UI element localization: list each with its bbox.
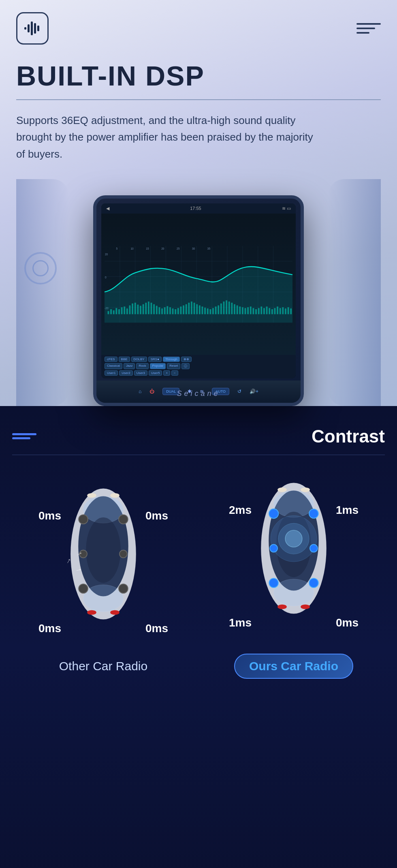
header-section: BUILT-IN DSP Supports 36EQ adjustment, a… bbox=[0, 0, 397, 406]
svg-point-109 bbox=[119, 515, 128, 524]
svg-rect-70 bbox=[215, 306, 217, 314]
svg-rect-97 bbox=[288, 307, 289, 314]
eq-user2[interactable]: User2 bbox=[119, 370, 132, 376]
svg-point-120 bbox=[274, 579, 314, 606]
brand-label: Seicane bbox=[177, 389, 220, 398]
svg-text:35: 35 bbox=[207, 247, 211, 250]
inner-circle bbox=[32, 260, 49, 276]
contrast-icon bbox=[12, 433, 36, 439]
svg-point-104 bbox=[87, 493, 96, 497]
comparison-section: Contrast 0ms 0ms bbox=[0, 406, 397, 868]
eq-user1[interactable]: User1 bbox=[105, 370, 118, 376]
svg-rect-79 bbox=[239, 306, 241, 314]
svg-rect-92 bbox=[274, 308, 276, 314]
svg-rect-57 bbox=[180, 306, 182, 314]
svg-text:15: 15 bbox=[146, 247, 149, 250]
eq-mode-popular[interactable]: Popular bbox=[150, 363, 166, 369]
logo-icon bbox=[16, 12, 49, 45]
eq-minus[interactable]: − bbox=[171, 370, 178, 376]
svg-rect-69 bbox=[212, 308, 214, 314]
eq-btn-extra[interactable]: ⊕⊕ bbox=[181, 357, 192, 362]
eq-mode-classical[interactable]: Classical bbox=[105, 363, 122, 369]
eq-btn-through[interactable]: Through bbox=[163, 357, 180, 362]
svg-point-103 bbox=[86, 517, 121, 583]
svg-rect-76 bbox=[231, 303, 233, 314]
page-title: BUILT-IN DSP bbox=[16, 61, 381, 91]
eq-mode-info[interactable]: ⓘ bbox=[181, 363, 190, 369]
svg-rect-96 bbox=[285, 308, 286, 314]
eq-user5[interactable]: User5 bbox=[149, 370, 162, 376]
svg-rect-86 bbox=[258, 308, 260, 314]
svg-rect-35 bbox=[121, 307, 123, 314]
svg-rect-89 bbox=[266, 306, 268, 314]
svg-rect-90 bbox=[269, 308, 270, 314]
svg-rect-31 bbox=[110, 309, 112, 314]
eq-controls: cFES BBE DOLBY SRS● Through ⊕⊕ Classical… bbox=[101, 355, 296, 378]
svg-rect-85 bbox=[255, 309, 257, 314]
svg-point-129 bbox=[269, 509, 279, 519]
svg-text:25: 25 bbox=[177, 247, 180, 250]
svg-rect-58 bbox=[183, 305, 184, 314]
svg-rect-87 bbox=[260, 306, 262, 314]
bg-right-panel bbox=[328, 179, 381, 406]
svg-rect-64 bbox=[199, 305, 201, 314]
eq-add[interactable]: + bbox=[163, 370, 170, 376]
gear-decoration bbox=[24, 252, 57, 284]
preset-buttons-row: cFES BBE DOLBY SRS● Through ⊕⊕ bbox=[105, 357, 292, 362]
eq-btn-cfes[interactable]: cFES bbox=[105, 357, 117, 362]
svg-rect-74 bbox=[226, 300, 227, 314]
svg-rect-54 bbox=[172, 308, 174, 314]
svg-rect-37 bbox=[126, 308, 128, 314]
eq-btn-srs[interactable]: SRS● bbox=[148, 357, 162, 362]
eq-btn-bbe[interactable]: BBE bbox=[119, 357, 130, 362]
svg-rect-52 bbox=[166, 306, 168, 314]
eq-btn-dolby[interactable]: DOLBY bbox=[131, 357, 147, 362]
svg-rect-38 bbox=[129, 305, 131, 314]
svg-rect-75 bbox=[228, 301, 230, 314]
svg-rect-81 bbox=[245, 308, 246, 314]
screen-top-bar: ◀ 17:55 ≋ ▭ bbox=[101, 203, 296, 214]
svg-point-124 bbox=[285, 530, 302, 547]
svg-rect-49 bbox=[159, 307, 160, 314]
power-btn[interactable]: ⏻ bbox=[149, 389, 154, 394]
svg-rect-34 bbox=[118, 309, 120, 314]
eq-mode-reset[interactable]: Reset bbox=[167, 363, 180, 369]
svg-rect-61 bbox=[191, 301, 192, 314]
mode-buttons-row: Classical Jazz Rock Popular Reset ⓘ bbox=[105, 363, 292, 369]
svg-rect-4 bbox=[37, 26, 39, 31]
eq-mode-rock[interactable]: Rock bbox=[136, 363, 148, 369]
svg-rect-83 bbox=[250, 306, 252, 314]
device-screen: ◀ 17:55 ≋ ▭ bbox=[101, 203, 296, 378]
svg-point-113 bbox=[120, 550, 127, 558]
svg-point-126 bbox=[301, 487, 310, 492]
svg-rect-77 bbox=[234, 304, 235, 314]
eq-mode-jazz[interactable]: Jazz bbox=[124, 363, 135, 369]
other-car-label: Other Car Radio bbox=[59, 659, 147, 673]
svg-point-132 bbox=[309, 578, 318, 588]
svg-rect-84 bbox=[253, 308, 254, 314]
svg-rect-60 bbox=[188, 303, 190, 314]
svg-rect-63 bbox=[196, 304, 198, 314]
svg-point-102 bbox=[83, 585, 124, 612]
device-container: ◀ 17:55 ≋ ▭ bbox=[16, 179, 381, 406]
eq-user3[interactable]: User3 bbox=[134, 370, 147, 376]
sync-btn[interactable]: ↺ bbox=[237, 389, 241, 394]
svg-rect-71 bbox=[218, 305, 219, 314]
svg-rect-2 bbox=[31, 21, 33, 35]
svg-rect-80 bbox=[242, 307, 243, 314]
svg-rect-93 bbox=[277, 306, 278, 314]
other-car-delay-top-right: 0ms bbox=[145, 509, 168, 522]
hamburger-menu-icon[interactable] bbox=[356, 23, 381, 34]
our-car-label: Ours Car Radio bbox=[234, 654, 353, 679]
svg-point-128 bbox=[301, 604, 310, 609]
svg-point-105 bbox=[110, 493, 120, 497]
back-btn[interactable]: ◀ bbox=[106, 206, 109, 211]
svg-rect-65 bbox=[202, 306, 203, 314]
svg-rect-48 bbox=[156, 306, 158, 314]
svg-rect-50 bbox=[161, 308, 163, 314]
our-car-item: 2ms 1ms bbox=[203, 471, 385, 679]
vol-up-btn[interactable]: 🔊+ bbox=[250, 389, 258, 394]
eq-graph[interactable]: 5 10 15 20 25 30 35 20 0 -20 bbox=[101, 214, 296, 355]
home-btn[interactable]: ⌂ bbox=[139, 389, 141, 394]
our-car-delay-top-left: 2ms bbox=[229, 504, 252, 517]
